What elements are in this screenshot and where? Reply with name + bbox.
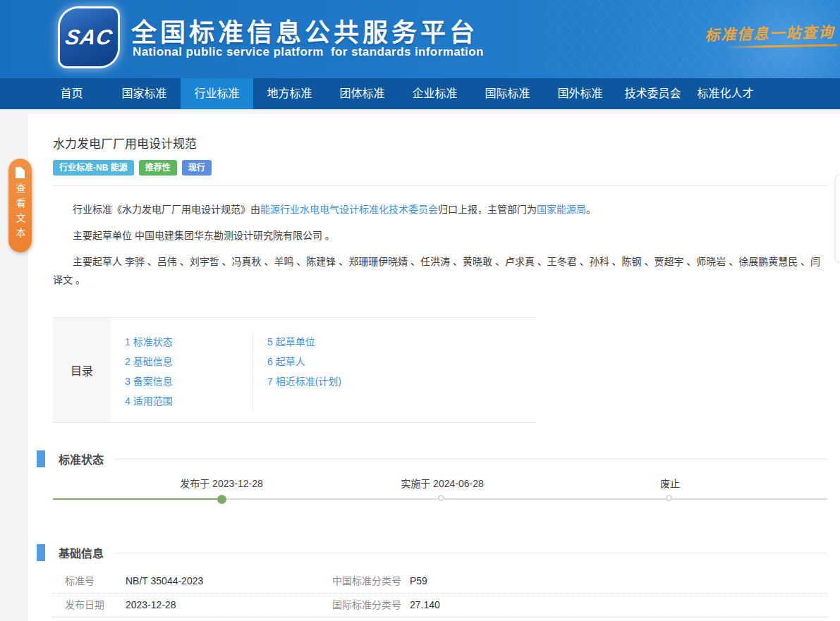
basic-info-table: 标准号 NB/T 35044-2023 中国标准分类号 P59 发布日期 202… xyxy=(53,570,827,621)
header-slogan: 标准信息一站查询 xyxy=(705,20,835,45)
status-section-title: 标准状态 xyxy=(59,450,104,467)
toc-title: 目录 xyxy=(53,318,111,422)
committee-link[interactable]: 能源行业水电电气设计标准化技术委员会 xyxy=(260,204,438,215)
status-section-header: 标准状态 xyxy=(37,450,840,467)
status-timeline: 发布于 2023-12-28 实施于 2024-06-28 废止 xyxy=(53,467,827,517)
site-subtitle: National public service platform for sta… xyxy=(133,45,484,59)
table-of-contents: 目录 1 标准状态 2 基础信息 3 备案信息 4 适用范围 5 起草单位 6 … xyxy=(53,317,536,423)
section-divider-line xyxy=(114,553,827,553)
toc-link-drafting-unit[interactable]: 5 起草单位 xyxy=(267,332,464,352)
nav-item-home[interactable]: 首页 xyxy=(35,78,108,109)
main-nav: 首页 国家标准 行业标准 地方标准 团体标准 企业标准 国际标准 国外标准 技术… xyxy=(0,78,840,109)
content-card: 水力发电厂厂用电设计规范 行业标准-NB 能源 推荐性 现行 行业标准《水力发电… xyxy=(28,114,840,621)
standard-number-value: NB/T 35044-2023 xyxy=(126,574,332,588)
table-row: 发布日期 2023-12-28 国际标准分类号 27.140 xyxy=(53,594,827,617)
drafting-unit-paragraph: 主要起草单位 中国电建集团华东勘测设计研究院有限公司 。 xyxy=(53,226,827,245)
badge-row: 行业标准-NB 能源 推荐性 现行 xyxy=(53,160,840,176)
milestone-abolished-dot xyxy=(666,495,672,501)
toc-column-2: 5 起草单位 6 起草人 7 相近标准(计划) xyxy=(252,332,464,411)
intro-middle: 归口上报，主管部门为 xyxy=(438,204,537,215)
nav-item-international-standards[interactable]: 国际标准 xyxy=(471,78,544,109)
ics-classification-label: 国际标准分类号 xyxy=(332,598,410,612)
view-text-button[interactable]: 查看文本 xyxy=(8,159,32,252)
toc-link-similar-standards[interactable]: 7 相近标准(计划) xyxy=(267,371,464,391)
nav-item-group-standards[interactable]: 团体标准 xyxy=(326,78,398,109)
nav-item-industry-standards[interactable]: 行业标准 xyxy=(181,78,253,109)
site-title: 全国标准信息公共服务平台 xyxy=(131,12,478,49)
toc-column-1: 1 标准状态 2 基础信息 3 备案信息 4 适用范围 xyxy=(111,332,252,411)
sac-logo[interactable]: SAC xyxy=(60,8,118,66)
intro-suffix: 。 xyxy=(586,204,596,215)
china-classification-value: P59 xyxy=(410,574,827,588)
toc-link-basic-info[interactable]: 2 基础信息 xyxy=(125,352,252,371)
basic-info-section-header: 基础信息 xyxy=(37,544,840,561)
china-classification-label: 中国标准分类号 xyxy=(332,574,410,588)
section-marker xyxy=(37,544,45,561)
sac-logo-text: SAC xyxy=(63,25,114,49)
table-row: 标准号 NB/T 35044-2023 中国标准分类号 P59 xyxy=(53,570,827,594)
nav-item-standardization-talent[interactable]: 标准化人才 xyxy=(689,78,762,109)
toc-columns: 1 标准状态 2 基础信息 3 备案信息 4 适用范围 5 起草单位 6 起草人… xyxy=(111,318,464,422)
milestone-implemented-label: 实施于 2024-06-28 xyxy=(365,476,520,490)
standard-number-label: 标准号 xyxy=(53,574,126,588)
section-marker xyxy=(37,450,45,467)
toc-link-scope[interactable]: 4 适用范围 xyxy=(125,391,252,411)
intro-prefix: 行业标准《水力发电厂厂用电设计规范》由 xyxy=(73,204,260,215)
nav-item-local-standards[interactable]: 地方标准 xyxy=(253,78,326,109)
drafters-paragraph: 主要起草人 李骅 、吕伟 、刘宇哲 、冯真秋 、羊鸣 、陈建锋 、郑珊珊伊晓婧 … xyxy=(53,252,827,289)
right-edge-panel-handle[interactable] xyxy=(835,174,840,262)
badge-industry-standard: 行业标准-NB 能源 xyxy=(53,160,134,176)
table-row: 实施日期 2024-06-28 归口单位 能源行业水电电气设计标准化技术委员会 xyxy=(53,617,827,621)
toc-link-standard-status[interactable]: 1 标准状态 xyxy=(125,332,252,352)
milestone-published-dot xyxy=(217,495,226,504)
milestone-abolished-label: 废止 xyxy=(592,476,748,490)
badge-current: 现行 xyxy=(182,160,212,176)
nav-item-technical-committee[interactable]: 技术委员会 xyxy=(616,78,689,109)
publish-date-label: 发布日期 xyxy=(53,598,126,612)
toc-link-record-info[interactable]: 3 备案信息 xyxy=(125,371,252,391)
ics-classification-value: 27.140 xyxy=(410,598,827,612)
section-divider-line xyxy=(114,459,827,460)
page-title: 水力发电厂厂用电设计规范 xyxy=(53,134,827,152)
timeline-progress xyxy=(53,498,221,500)
nav-item-foreign-standards[interactable]: 国外标准 xyxy=(544,78,616,109)
title-divider xyxy=(53,185,827,186)
milestone-implemented-dot xyxy=(438,495,444,501)
view-text-label: 查看文本 xyxy=(16,183,25,242)
intro-paragraph: 行业标准《水力发电厂厂用电设计规范》由能源行业水电电气设计标准化技术委员会归口上… xyxy=(53,200,827,219)
authority-link[interactable]: 国家能源局 xyxy=(537,204,586,215)
nav-item-national-standards[interactable]: 国家标准 xyxy=(108,78,181,109)
slogan-underline xyxy=(726,44,837,49)
basic-info-section-title: 基础信息 xyxy=(59,544,104,561)
site-header: SAC 全国标准信息公共服务平台 National public service… xyxy=(0,0,840,78)
milestone-published-label: 发布于 2023-12-28 xyxy=(144,476,299,490)
badge-recommended: 推荐性 xyxy=(139,160,177,176)
document-icon xyxy=(16,167,25,178)
publish-date-value: 2023-12-28 xyxy=(126,598,332,612)
nav-item-enterprise-standards[interactable]: 企业标准 xyxy=(398,78,471,109)
toc-link-drafters[interactable]: 6 起草人 xyxy=(267,352,464,371)
